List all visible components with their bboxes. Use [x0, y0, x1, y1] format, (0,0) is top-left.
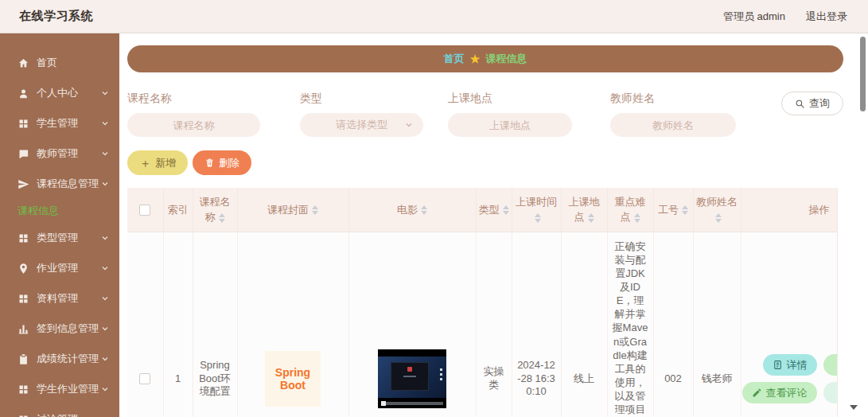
location-input[interactable]	[448, 113, 572, 137]
chevron-down-icon	[100, 119, 110, 128]
sort-caret-icon[interactable]	[503, 205, 509, 215]
column-header: 索引	[163, 188, 193, 232]
sidebar-item-discussion-management[interactable]: 讨论管理	[0, 404, 119, 417]
row-checkbox[interactable]	[139, 373, 150, 384]
chevron-down-icon	[100, 324, 110, 333]
select-all-checkbox[interactable]	[139, 205, 150, 216]
row-index: 1	[163, 232, 193, 417]
type-cell: 实操类	[476, 232, 512, 417]
app-title: 在线学习系统	[19, 9, 93, 24]
course-cover-text: Spring Boot	[272, 366, 313, 392]
column-header[interactable]: 电影	[348, 188, 476, 232]
sort-caret-icon[interactable]	[634, 213, 640, 223]
sort-caret-icon[interactable]	[535, 213, 541, 223]
column-header[interactable]: 课程封面	[237, 188, 348, 232]
chevron-down-icon	[100, 149, 110, 158]
chevron-down-icon	[100, 179, 110, 189]
column-header[interactable]: 上课地点	[561, 188, 607, 232]
column-header[interactable]: 重点难点	[607, 188, 653, 232]
sidebar-subitem-course-info-active[interactable]: 课程信息	[0, 199, 119, 223]
sidebar-item-grade-stats-management[interactable]: 成绩统计管理	[0, 344, 119, 374]
column-header-label: 课程名称	[200, 196, 231, 224]
view-comments-button[interactable]: 查看评论	[742, 382, 817, 403]
add-button[interactable]: ＋ 新增	[127, 150, 188, 175]
location-label: 上课地点	[448, 92, 572, 106]
sidebar-item-label: 首页	[37, 56, 110, 70]
sort-caret-icon[interactable]	[421, 205, 427, 215]
sort-caret-icon[interactable]	[219, 213, 225, 223]
course-video-thumbnail[interactable]	[378, 349, 446, 408]
sidebar-item-material-management[interactable]: 资料管理	[0, 283, 119, 314]
column-header[interactable]: 工号	[653, 188, 693, 232]
sidebar-item-student-homework-management[interactable]: 学生作业管理	[0, 374, 119, 404]
sidebar-item-personal-center[interactable]: 个人中心	[0, 78, 119, 108]
sidebar-item-homework-management[interactable]: 作业管理	[0, 253, 119, 283]
course-cover-image[interactable]: Spring Boot	[265, 351, 321, 407]
action-button-partial[interactable]	[823, 354, 839, 376]
grid-icon	[18, 384, 29, 396]
sidebar-item-label: 个人中心	[37, 86, 100, 100]
search-button[interactable]: 查询	[781, 92, 843, 115]
column-header-label: 操作	[809, 204, 830, 216]
chevron-down-icon	[100, 263, 110, 273]
sidebar-item-home[interactable]: 首页	[0, 48, 119, 78]
chevron-down-icon	[100, 294, 110, 303]
detail-button[interactable]: 详情	[763, 354, 817, 376]
vertical-scrollbar[interactable]	[860, 37, 866, 111]
sidebar-item-course-info-management[interactable]: 课程信息管理	[0, 169, 119, 199]
table-row: 1 Spring Boot环境配置 Spring Boot	[127, 232, 838, 417]
video-progress-knob	[381, 401, 386, 406]
class-time-cell: 2024-12-28 16:30:10	[512, 232, 561, 417]
column-header-label: 电影	[397, 204, 418, 216]
toolbar: ＋ 新增 删除	[127, 150, 843, 175]
filter-bar: 课程名称 类型 请选择类型 上课地点	[127, 92, 843, 137]
sidebar-item-student-management[interactable]: 学生管理	[0, 108, 119, 138]
sidebar-item-label: 教师管理	[37, 146, 100, 161]
grid-icon	[18, 118, 29, 130]
type-select[interactable]: 请选择类型	[300, 113, 423, 137]
select-all-header[interactable]	[127, 188, 163, 232]
breadcrumb-current: 课程信息	[485, 52, 527, 66]
delete-button[interactable]: 删除	[193, 150, 251, 175]
sidebar-item-label: 学生管理	[37, 116, 100, 131]
chevron-down-icon	[100, 233, 110, 243]
column-header-label: 上课地点	[569, 196, 600, 224]
breadcrumb-home-link[interactable]: 首页	[444, 52, 465, 66]
table-header-row: 索引课程名称课程封面电影类型上课时间上课地点重点难点工号教师姓名操作	[127, 188, 838, 232]
sidebar-item-label: 作业管理	[37, 261, 100, 275]
column-header-label: 课程封面	[267, 204, 309, 216]
teacher-name-input[interactable]	[610, 113, 736, 137]
main-content: 首页 ★ 课程信息 课程名称 类型 请选择类型	[119, 33, 868, 417]
sidebar-item-teacher-management[interactable]: 教师管理	[0, 138, 119, 169]
current-user-label: 管理员 admin	[723, 10, 785, 24]
document-icon	[773, 360, 783, 370]
sidebar-item-label: 资料管理	[37, 291, 100, 306]
action-button-partial[interactable]	[823, 382, 839, 403]
breadcrumb: 首页 ★ 课程信息	[127, 45, 843, 72]
grid-icon	[18, 414, 29, 417]
home-icon	[18, 57, 29, 69]
pin-icon	[18, 263, 29, 275]
teacher-name-label: 教师姓名	[610, 92, 736, 106]
sort-caret-icon[interactable]	[682, 205, 688, 215]
column-header[interactable]: 类型	[476, 188, 512, 232]
sidebar-item-checkin-info-management[interactable]: 签到信息管理	[0, 314, 119, 344]
teacher-cell: 钱老师	[693, 232, 741, 417]
sort-caret-icon[interactable]	[588, 213, 594, 223]
column-header[interactable]: 教师姓名	[693, 188, 741, 232]
sidebar-item-label: 类型管理	[37, 231, 100, 245]
sidebar-item-label: 讨论管理	[37, 412, 100, 417]
sort-caret-icon[interactable]	[715, 213, 722, 223]
column-header-label: 上课时间	[516, 196, 557, 208]
chevron-down-icon	[100, 354, 110, 364]
course-name-input[interactable]	[127, 113, 260, 137]
column-header[interactable]: 上课时间	[512, 188, 561, 232]
sidebar-item-label: 签到信息管理	[37, 322, 100, 336]
sidebar-item-label: 成绩统计管理	[37, 352, 100, 366]
course-name-cell: Spring Boot环境配置	[193, 232, 237, 417]
column-header[interactable]: 课程名称	[193, 188, 237, 232]
sidebar-item-type-management[interactable]: 类型管理	[0, 223, 119, 253]
chart-icon	[18, 323, 29, 335]
sort-caret-icon[interactable]	[312, 205, 318, 215]
logout-link[interactable]: 退出登录	[806, 10, 847, 24]
